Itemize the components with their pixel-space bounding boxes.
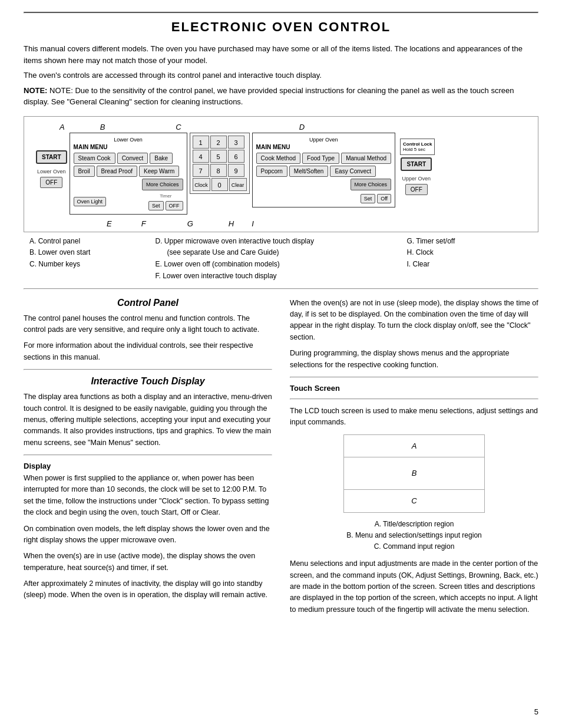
label-i: I [252,219,254,228]
display-body4: After approximately 2 minutes of inactiv… [24,578,272,601]
caption-col2: D. Upper microwave oven interactive touc… [156,236,407,282]
lower-set-btn[interactable]: Set [148,201,164,210]
upper-btn-row1: Cook Method Food Type Manual Method [256,153,392,164]
broil-btn[interactable]: Broil [74,166,95,177]
num-5-btn[interactable]: 5 [210,150,227,163]
easy-convect-btn[interactable]: Easy Convect [330,166,376,177]
upper-start-button[interactable]: START [401,157,432,171]
bread-proof-btn[interactable]: Bread Proof [97,166,137,177]
control-panel-title: Control Panel [24,298,272,308]
upper-set-off: Set Off [361,194,391,203]
numpad-row1: 1 2 3 [193,136,247,149]
keep-warm-btn[interactable]: Keep Warm [139,166,179,177]
hold-5-sec-label: Hold 5 sec [403,147,425,152]
caption-col1: A. Control panel B. Lower oven start C. … [29,236,156,282]
section-divider-4 [290,377,538,378]
upper-oven-panel: Upper Oven MAIN MENU Cook Method Food Ty… [252,133,396,207]
label-e: E [107,219,112,228]
caption-b: B. Lower oven start [29,247,156,259]
caption-c: C. Number keys [29,259,156,271]
display-body1: When power is first supplied to the appl… [24,473,272,519]
display-body2: On combination oven models, the left dis… [24,523,272,546]
caption-g: G. Timer set/off [407,236,533,248]
num-3-btn[interactable]: 3 [228,136,244,149]
num-1-btn[interactable]: 1 [193,136,209,149]
popcorn-btn[interactable]: Popcorn [256,166,287,177]
lower-start-button[interactable]: START [36,150,67,164]
section-divider-3 [24,454,272,456]
upper-off-btn[interactable]: Off [377,194,391,203]
clear-btn[interactable]: Clear [229,178,247,191]
right-column: When the oven(s) are not in use (sleep m… [290,298,538,620]
steam-cook-btn[interactable]: Steam Cook [74,153,115,164]
tsd-caption-c: C. Command input region [290,541,538,552]
section-divider-5 [290,398,538,400]
lower-set-off: Set OFF [148,201,183,210]
page-title: Electronic Oven Control [24,19,538,35]
lower-off-timer-btn[interactable]: OFF [166,201,183,210]
oven-diagram: A B C D START Lower Oven OFF Lower Oven … [24,116,538,232]
note-text: NOTE: NOTE: Due to the sensitivity of th… [24,85,538,108]
bake-btn[interactable]: Bake [150,153,173,164]
cook-method-btn[interactable]: Cook Method [256,153,300,164]
lower-oven-label: Lower Oven [37,169,66,174]
display-subtitle: Display [24,462,272,470]
num-2-btn[interactable]: 2 [210,136,227,149]
lower-btn-row1: Steam Cook Convect Bake [74,153,173,164]
interactive-touch-body1: The display area functions as both a dis… [24,391,272,449]
manual-method-btn[interactable]: Manual Method [341,153,391,164]
num-4-btn[interactable]: 4 [193,150,209,163]
upper-main-menu-label: MAIN MENU [256,144,290,150]
upper-btn-row2: Popcorn Melt/Soften Easy Convect [256,166,376,177]
control-panel-body1: The control panel houses the control men… [24,313,272,336]
section-divider-2 [24,369,272,370]
right-body3: Menu selections and input adjustments ar… [290,558,538,615]
lower-btn-row2: Broil Bread Proof Keep Warm [74,166,180,177]
intro-line1: This manual covers different models. The… [24,43,538,66]
upper-oven-header: Upper Oven [256,137,392,143]
upper-oven-off-button[interactable]: OFF [405,184,428,195]
clock-btn[interactable]: Clock [193,178,210,191]
section-divider-1 [24,288,538,289]
oven-light-btn[interactable]: Oven Light [74,197,107,206]
control-panel-body2: For more information about the individua… [24,340,272,363]
interactive-touch-title: Interactive Touch Display [24,376,272,387]
food-type-btn[interactable]: Food Type [302,153,339,164]
numpad-row4: Clock 0 Clear [193,178,247,191]
page-number: 5 [534,707,538,716]
tsd-row-a: A [344,435,484,457]
lower-more-choices-btn[interactable]: More Choices [142,179,183,190]
caption-h: H. Clock [407,247,533,259]
num-9-btn[interactable]: 9 [228,164,244,177]
number-pad: 1 2 3 4 5 6 7 8 9 Clock 0 Clear [190,133,250,194]
num-8-btn[interactable]: 8 [210,164,227,177]
num-7-btn[interactable]: 7 [193,164,209,177]
tsd-caption-a: A. Title/description region [290,519,538,530]
lower-off-button[interactable]: OFF [40,177,62,188]
label-b: B [100,123,105,131]
label-c: C [176,123,181,131]
touch-screen-subtitle: Touch Screen [290,384,538,393]
right-body2: During programming, the display shows me… [290,348,538,371]
convect-btn[interactable]: Convect [117,153,148,164]
caption-a: A. Control panel [29,236,156,248]
tsd-row-c: C [344,490,484,512]
upper-more-choices-btn[interactable]: More Choices [351,179,392,190]
control-lock-label: Control Lock [403,141,432,147]
display-body3: When the oven(s) are in use (active mode… [24,551,272,574]
upper-set-btn[interactable]: Set [361,194,376,203]
num-6-btn[interactable]: 6 [228,150,244,163]
tsd-captions: A. Title/description region B. Menu and … [290,519,538,553]
main-content: Control Panel The control panel houses t… [24,298,538,620]
num-0-btn[interactable]: 0 [211,178,228,191]
intro-line2: The oven's controls are accessed through… [24,70,538,81]
label-g: G [187,219,193,228]
lower-main-menu-label: MAIN MENU [74,144,108,150]
touch-screen-body: The LCD touch screen is used to make men… [290,406,538,429]
tsd-caption-b: B. Menu and selection/settings input reg… [290,530,538,541]
melt-soften-btn[interactable]: Melt/Soften [289,166,329,177]
top-divider [24,12,538,14]
label-f: F [141,219,146,228]
right-body1: When the oven(s) are not in use (sleep m… [290,298,538,344]
tsd-row-b: B [344,457,484,490]
